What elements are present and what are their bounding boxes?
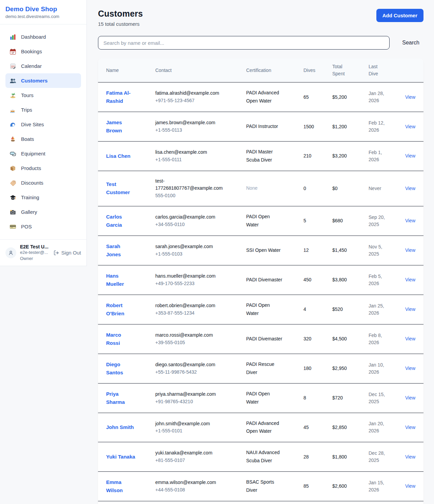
sidebar-item-tours[interactable]: Tours xyxy=(5,88,81,102)
sidebar-item-label: Discounts xyxy=(21,180,43,186)
customer-certification: PADI Open Water xyxy=(246,390,283,406)
customer-name-link[interactable]: Fatima Al-Rashid xyxy=(106,89,135,105)
table-row: Lisa Chen lisa.chen@example.com +1-555-0… xyxy=(98,142,423,171)
customer-name-link[interactable]: James Brown xyxy=(106,118,135,135)
customer-name-link[interactable]: Robert O'Brien xyxy=(106,301,135,318)
customer-name-link[interactable]: Marco Rossi xyxy=(106,331,135,347)
shop-title: Demo Dive Shop xyxy=(5,5,81,13)
search-input[interactable] xyxy=(98,36,390,50)
table-row: Sarah Jones sarah.jones@example.com +1-5… xyxy=(98,236,423,265)
sidebar-item-dive-sites[interactable]: Dive Sites xyxy=(5,117,81,132)
view-customer-link[interactable]: View xyxy=(405,247,415,253)
table-row: Test Customer test-1772681807767@example… xyxy=(98,171,423,206)
svg-text:17: 17 xyxy=(12,52,14,54)
user-info: E2E Test U... e2e-tester@... Owner xyxy=(20,244,50,261)
sidebar-item-label: Training xyxy=(21,194,39,200)
customer-total-spent: $680 xyxy=(332,217,369,224)
customer-last-dive: Feb 12, 2026 xyxy=(369,119,389,134)
customer-name-link[interactable]: Test Customer xyxy=(106,180,135,197)
view-customer-link[interactable]: View xyxy=(405,94,415,100)
sign-out-button[interactable]: Sign Out xyxy=(54,250,81,256)
view-customer-link[interactable]: View xyxy=(405,483,415,489)
table-header-row: Name Contact Certification Dives Total S… xyxy=(98,58,423,82)
customer-last-dive: Jan 10, 2026 xyxy=(369,361,389,376)
view-customer-link[interactable]: View xyxy=(405,186,415,191)
customer-name-link[interactable]: Carlos Garcia xyxy=(106,213,135,229)
app-root: Demo Dive Shop demo.test.divestreams.com… xyxy=(0,0,434,504)
sidebar-item-bookings[interactable]: 17 Bookings xyxy=(5,44,81,59)
view-customer-link[interactable]: View xyxy=(405,336,415,341)
customer-name-link[interactable]: Priya Sharma xyxy=(106,390,135,406)
customer-name-link[interactable]: Diego Santos xyxy=(106,360,135,377)
customer-phone: +81-555-0107 xyxy=(155,457,228,464)
customer-count: 15 total customers xyxy=(98,21,143,27)
customer-last-dive: Dec 15, 2025 xyxy=(369,391,389,405)
search-bar: Search xyxy=(98,36,423,50)
customer-dives: 4 xyxy=(303,306,332,313)
customer-last-dive: Jan 15, 2026 xyxy=(369,479,389,493)
add-customer-button[interactable]: Add Customer xyxy=(376,9,423,22)
shop-domain: demo.test.divestreams.com xyxy=(5,14,81,19)
customer-total-spent: $2,850 xyxy=(332,424,369,431)
view-customer-link[interactable]: View xyxy=(405,454,415,460)
customer-dives: 0 xyxy=(303,185,332,192)
view-customer-link[interactable]: View xyxy=(405,218,415,223)
customer-phone: +1-555-0101 xyxy=(155,427,228,435)
customer-email: robert.obrien@example.com xyxy=(155,302,228,310)
sidebar-item-label: Dashboard xyxy=(21,34,46,40)
sidebar-item-label: Calendar xyxy=(21,63,42,69)
sidebar-item-gallery[interactable]: Gallery xyxy=(5,205,81,219)
customer-phone: +971-55-123-4567 xyxy=(155,97,228,105)
user-role: Owner xyxy=(20,256,50,262)
customer-dives: 28 xyxy=(303,453,332,461)
sidebar-item-equipment[interactable]: Equipment xyxy=(5,146,81,161)
sidebar-item-trips[interactable]: Trips xyxy=(5,102,81,117)
customer-last-dive: Jan 28, 2026 xyxy=(369,90,389,104)
customer-phone: +1-555-0111 xyxy=(155,156,228,164)
dive-mask-icon xyxy=(9,150,16,157)
sidebar-item-dashboard[interactable]: Dashboard xyxy=(5,30,81,44)
sidebar-item-pos[interactable]: POS xyxy=(5,219,81,234)
table-row: Priya Sharma priya.sharma@example.com +9… xyxy=(98,384,423,413)
customer-total-spent: $3,800 xyxy=(332,276,369,283)
view-customer-link[interactable]: View xyxy=(405,306,415,312)
customer-dives: 12 xyxy=(303,247,332,254)
column-header-contact: Contact xyxy=(155,67,246,74)
customer-last-dive: Feb 5, 2026 xyxy=(369,273,389,287)
customer-name-link[interactable]: Lisa Chen xyxy=(106,152,131,160)
customer-name-link[interactable]: Sarah Jones xyxy=(106,242,135,259)
view-customer-link[interactable]: View xyxy=(405,124,415,129)
customer-phone: +55-11-99876-5432 xyxy=(155,369,228,376)
search-button[interactable]: Search xyxy=(398,40,423,46)
customer-dives: 320 xyxy=(303,335,332,342)
sidebar-item-customers[interactable]: Customers xyxy=(5,73,81,88)
sidebar-item-calendar[interactable]: Calendar xyxy=(5,59,81,73)
customer-email: yuki.tanaka@example.com xyxy=(155,449,228,457)
customer-phone: +1-555-0113 xyxy=(155,127,228,134)
credit-card-icon xyxy=(9,223,16,230)
customer-name-link[interactable]: Hans Mueller xyxy=(106,272,135,288)
sidebar-item-training[interactable]: Training xyxy=(5,190,81,205)
customer-total-spent: $520 xyxy=(332,306,369,313)
sidebar-item-discounts[interactable]: Discounts xyxy=(5,175,81,190)
customer-certification: PADI Divemaster xyxy=(246,335,282,343)
customer-name-link[interactable]: Yuki Tanaka xyxy=(106,453,135,461)
view-customer-link[interactable]: View xyxy=(405,153,415,158)
view-customer-link[interactable]: View xyxy=(405,425,415,430)
table-row: Diego Santos diego.santos@example.com +5… xyxy=(98,354,423,384)
view-customer-link[interactable]: View xyxy=(405,366,415,371)
view-customer-link[interactable]: View xyxy=(405,395,415,400)
sidebar-header: Demo Dive Shop demo.test.divestreams.com xyxy=(0,0,86,24)
sidebar-item-boats[interactable]: Boats xyxy=(5,132,81,146)
table-body: Fatima Al-Rashid fatima.alrashid@example… xyxy=(98,82,423,504)
sidebar-item-products[interactable]: Products xyxy=(5,161,81,175)
customer-dives: 1500 xyxy=(303,123,332,130)
customer-certification: PADI Open Water xyxy=(246,213,283,229)
view-customer-link[interactable]: View xyxy=(405,277,415,282)
customer-email: hans.mueller@example.com xyxy=(155,273,228,280)
customer-name-link[interactable]: Emma Wilson xyxy=(106,478,135,494)
table-row: Hans Mueller hans.mueller@example.com +4… xyxy=(98,265,423,295)
customer-last-dive: Nov 5, 2025 xyxy=(369,243,389,258)
table-row: Marco Rossi marco.rossi@example.com +39-… xyxy=(98,324,423,354)
customer-name-link[interactable]: John Smith xyxy=(106,423,134,431)
